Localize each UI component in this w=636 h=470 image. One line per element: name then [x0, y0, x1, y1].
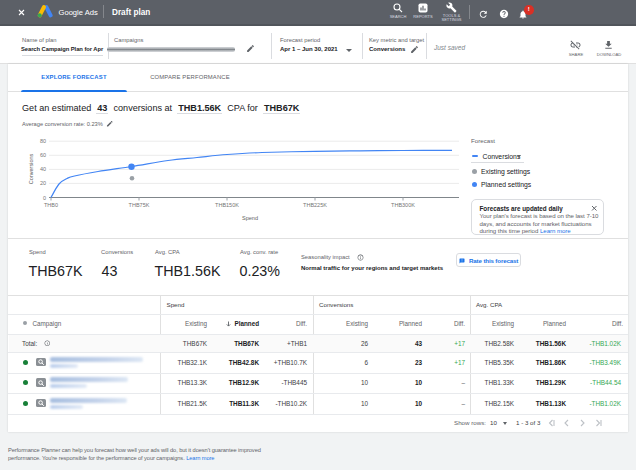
svg-text:THB150K: THB150K [215, 202, 239, 208]
svg-text:40: 40 [40, 166, 46, 172]
svg-text:Spend: Spend [242, 215, 258, 221]
svg-text:20: 20 [40, 180, 46, 186]
svg-text:80: 80 [40, 138, 46, 144]
svg-text:THB75K: THB75K [129, 202, 150, 208]
svg-text:60: 60 [40, 152, 46, 158]
svg-text:Conversions: Conversions [28, 153, 34, 184]
svg-text:THB0: THB0 [44, 202, 58, 208]
svg-text:THB225K: THB225K [303, 202, 327, 208]
svg-text:0: 0 [43, 195, 46, 201]
svg-text:THB300K: THB300K [391, 202, 415, 208]
